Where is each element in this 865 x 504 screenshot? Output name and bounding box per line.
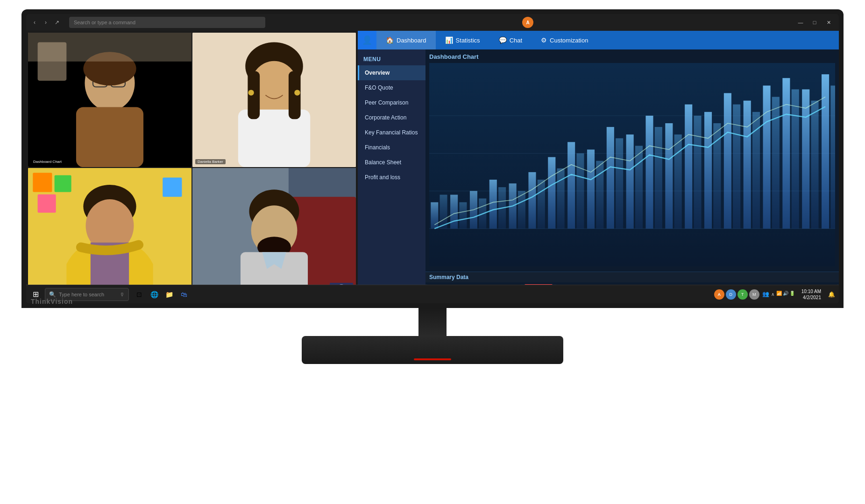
svg-rect-78	[763, 85, 771, 228]
svg-rect-66	[645, 116, 653, 229]
dashboard-user-icon: 👤	[358, 31, 376, 49]
svg-rect-70	[685, 105, 692, 229]
teams-search-bar[interactable]: Search or type a command	[69, 17, 265, 28]
close-button[interactable]: ✕	[822, 18, 835, 27]
tray-avatar-3: T	[737, 289, 748, 300]
sidebar-item-fo-quote[interactable]: F&O Quote	[358, 80, 425, 95]
svg-rect-50	[489, 180, 497, 229]
dashboard-chart-svg	[429, 63, 835, 266]
user-avatar: A	[522, 17, 533, 28]
dashboard-panel: 👤 🏠 Dashboard 📊 Statistics	[358, 31, 839, 285]
customization-icon: ⚙	[541, 36, 547, 44]
tray-expand[interactable]: ∧	[770, 291, 775, 298]
monitor: ‹ › ↗ Search or type a command A — □ ✕	[21, 9, 844, 495]
video-cell-4: Amir Shami	[192, 168, 356, 285]
tray-icon-network: 📶	[776, 291, 782, 298]
svg-rect-24	[163, 178, 182, 197]
participant-video-2	[192, 33, 356, 167]
system-tray-avatars: A D T M	[714, 289, 759, 300]
summary-title: Summary Data	[425, 272, 839, 282]
svg-rect-60	[587, 149, 595, 228]
svg-point-17	[248, 90, 254, 95]
mic-icon: 🎙	[120, 292, 125, 297]
svg-point-18	[294, 90, 300, 95]
tab-customization[interactable]: ⚙ Customization	[532, 31, 597, 49]
clock-date: 4/2/2021	[801, 294, 821, 301]
svg-rect-61	[596, 161, 603, 229]
video-cell-3: Tatiana Ribeiro	[28, 168, 191, 285]
tray-avatar-1: A	[714, 289, 724, 300]
tab-dashboard[interactable]: 🏠 Dashboard	[376, 31, 436, 49]
svg-rect-64	[626, 134, 634, 229]
menu-title: Menu	[358, 53, 425, 65]
video-call-panel: Dashboard Chart	[26, 31, 358, 285]
svg-rect-65	[635, 146, 643, 228]
monitor-stand-neck	[418, 308, 447, 336]
store-icon[interactable]: 🛍	[177, 288, 191, 301]
statistics-icon: 📊	[445, 36, 453, 44]
share-button[interactable]: ↗	[52, 18, 62, 27]
system-tray-icons: 👥 ∧ 📶 🔊 🔋	[762, 291, 795, 298]
participant-video-3	[28, 168, 191, 285]
main-content: Dashboard Chart	[26, 31, 839, 285]
tab-customization-label: Customization	[550, 37, 588, 44]
tray-icon-volume: 🔊	[783, 291, 788, 298]
screen: ‹ › ↗ Search or type a command A — □ ✕	[26, 14, 839, 303]
svg-rect-68	[665, 123, 673, 229]
participant-name-2: Daniella Barker	[195, 159, 226, 164]
svg-rect-55	[538, 180, 545, 229]
file-explorer-icon[interactable]: 📁	[163, 288, 176, 301]
monitor-bezel: ‹ › ↗ Search or type a command A — □ ✕	[21, 9, 844, 308]
svg-rect-3	[76, 107, 143, 168]
svg-rect-23	[38, 195, 56, 213]
video-grid: Dashboard Chart	[26, 31, 358, 285]
svg-rect-9	[38, 42, 67, 81]
notification-center[interactable]: 🔔	[826, 289, 837, 300]
svg-rect-59	[576, 154, 584, 229]
monitor-brand: ThinkVision	[31, 298, 73, 305]
svg-rect-74	[724, 93, 731, 229]
tab-dashboard-label: Dashboard	[397, 37, 426, 44]
svg-rect-47	[459, 202, 467, 228]
tab-statistics[interactable]: 📊 Statistics	[436, 31, 489, 49]
monitor-stand-base	[302, 336, 563, 364]
svg-rect-14	[238, 110, 310, 168]
participant-video-4	[192, 168, 356, 285]
dashboard-body: Menu Overview F&O Quote Peer Comparison …	[358, 49, 839, 285]
svg-rect-76	[744, 101, 751, 229]
svg-rect-58	[567, 142, 575, 228]
teams-titlebar: ‹ › ↗ Search or type a command A — □ ✕	[26, 14, 839, 31]
svg-rect-46	[450, 195, 458, 229]
minimize-button[interactable]: —	[794, 18, 807, 27]
video-cell-2: Daniella Barker	[192, 33, 356, 167]
sidebar-item-peer-comparison[interactable]: Peer Comparison	[358, 95, 425, 110]
sidebar-item-key-financial-ratios[interactable]: Key Fanancial Ratios	[358, 125, 425, 140]
sidebar-item-balance-sheet[interactable]: Balance Sheet	[358, 155, 425, 170]
sidebar-item-profit-loss[interactable]: Profit and loss	[358, 170, 425, 185]
dashboard-nav: 🏠 Dashboard 📊 Statistics 💬 Chat	[376, 31, 839, 49]
forward-button[interactable]: ›	[41, 18, 50, 27]
maximize-button[interactable]: □	[808, 18, 821, 27]
svg-rect-54	[528, 172, 536, 229]
tray-icon-people[interactable]: 👥	[762, 291, 769, 298]
tab-chat[interactable]: 💬 Chat	[489, 31, 532, 49]
dashboard-sidebar: Menu Overview F&O Quote Peer Comparison …	[358, 49, 425, 285]
svg-rect-81	[792, 89, 799, 228]
tab-statistics-label: Statistics	[456, 37, 480, 44]
back-button[interactable]: ‹	[30, 18, 39, 27]
clock-time: 10:10 AM	[801, 288, 821, 294]
sidebar-item-financials[interactable]: Financials	[358, 140, 425, 155]
edge-browser-icon[interactable]: 🌐	[148, 288, 161, 301]
tray-avatar-4: M	[749, 289, 759, 300]
chat-icon: 💬	[499, 36, 507, 44]
taskbar-search-text: Type here to search	[59, 292, 104, 297]
svg-rect-72	[704, 112, 712, 229]
svg-rect-63	[616, 138, 623, 229]
tray-avatar-2: D	[726, 289, 736, 300]
nav-buttons: ‹ › ↗	[30, 18, 62, 27]
video-cell-1: Dashboard Chart	[28, 33, 191, 167]
svg-rect-85	[830, 85, 835, 228]
taskview-button[interactable]: ⊡	[133, 288, 146, 301]
sidebar-item-overview[interactable]: Overview	[358, 65, 425, 80]
sidebar-item-corporate-action[interactable]: Corporate Action	[358, 110, 425, 125]
